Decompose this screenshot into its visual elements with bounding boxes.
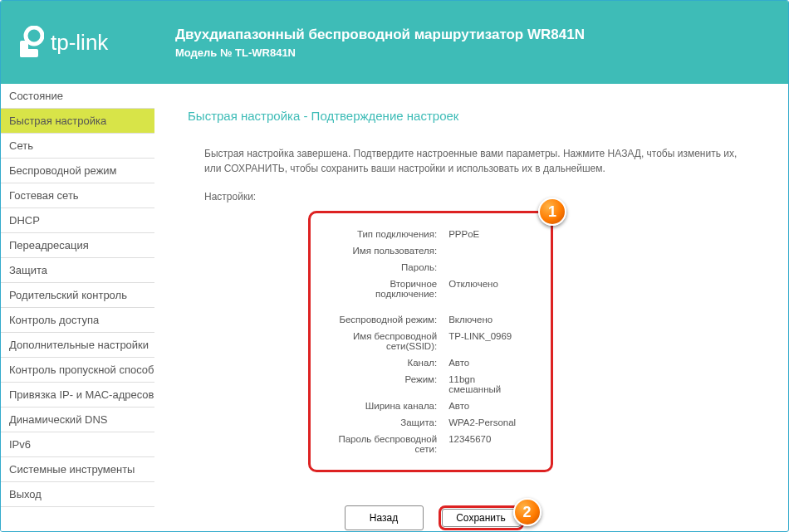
svg-point-0	[26, 27, 42, 44]
main-content: Быстрая настройка - Подтверждение настро…	[154, 84, 788, 531]
setting-key: Пароль беспроводной сети:	[324, 432, 442, 456]
table-row: Канал:Авто	[324, 355, 522, 370]
setting-value	[444, 260, 522, 275]
save-button[interactable]: Сохранить	[442, 509, 521, 527]
sidebar: СостояниеБыстрая настройкаСетьБеспроводн…	[1, 84, 154, 531]
settings-summary-box: 1 Тип подключения:PPPoEИмя пользователя:…	[308, 211, 553, 472]
sidebar-item-0[interactable]: Состояние	[1, 84, 154, 109]
page-title: Быстрая настройка - Подтверждение настро…	[188, 109, 755, 123]
sidebar-item-8[interactable]: Родительский контроль	[1, 283, 154, 308]
table-row: Беспроводной режим:Включено	[324, 303, 522, 327]
intro-text: Быстрая настройка завершена. Подтвердите…	[204, 146, 755, 176]
table-row: Имя пользователя:	[324, 243, 522, 258]
table-row: Тип подключения:PPPoE	[324, 227, 522, 242]
brand-logo: tp-link	[17, 26, 142, 59]
setting-value: 12345670	[444, 432, 522, 456]
table-row: Пароль беспроводной сети:12345670	[324, 432, 522, 456]
setting-value: 11bgn смешанный	[444, 372, 522, 397]
sidebar-item-11[interactable]: Контроль пропускной способности	[1, 358, 154, 383]
table-row: Имя беспроводной сети(SSID):TP-LINK_0969	[324, 329, 522, 354]
table-row: Режим:11bgn смешанный	[324, 372, 522, 397]
table-row: Ширина канала:Авто	[324, 398, 522, 413]
setting-value: Авто	[444, 398, 522, 413]
setting-value: Включено	[444, 303, 522, 327]
tplink-logo-icon	[17, 26, 44, 59]
setting-key: Режим:	[324, 372, 442, 397]
sidebar-item-3[interactable]: Беспроводной режим	[1, 159, 154, 183]
settings-table: Тип подключения:PPPoEИмя пользователя:Па…	[322, 225, 524, 458]
header-title: Двухдиапазонный беспроводной маршрутизат…	[175, 27, 772, 43]
back-button[interactable]: Назад	[345, 505, 424, 530]
setting-key: Имя пользователя:	[324, 243, 442, 258]
sidebar-item-2[interactable]: Сеть	[1, 134, 154, 159]
setting-key: Вторичное подключение:	[324, 276, 442, 301]
table-row: Вторичное подключение:Отключено	[324, 276, 522, 301]
sidebar-item-5[interactable]: DHCP	[1, 208, 154, 233]
table-row: Пароль:	[324, 260, 522, 275]
sidebar-item-6[interactable]: Переадресация	[1, 233, 154, 258]
sidebar-item-7[interactable]: Защита	[1, 258, 154, 283]
sidebar-item-16[interactable]: Выход	[1, 482, 154, 507]
settings-label: Настройки:	[204, 191, 755, 203]
setting-value: Отключено	[444, 276, 522, 301]
sidebar-item-10[interactable]: Дополнительные настройки	[1, 333, 154, 358]
setting-key: Имя беспроводной сети(SSID):	[324, 329, 442, 354]
setting-key: Пароль:	[324, 260, 442, 275]
sidebar-item-13[interactable]: Динамический DNS	[1, 408, 154, 432]
setting-value	[444, 243, 522, 258]
sidebar-item-4[interactable]: Гостевая сеть	[1, 183, 154, 208]
setting-key: Канал:	[324, 355, 442, 370]
sidebar-item-9[interactable]: Контроль доступа	[1, 308, 154, 333]
save-button-highlight: Сохранить 2	[439, 505, 524, 530]
button-row: Назад Сохранить 2	[188, 505, 755, 530]
setting-value: TP-LINK_0969	[444, 329, 522, 354]
setting-value: Авто	[444, 355, 522, 370]
svg-rect-2	[20, 49, 38, 57]
setting-value: WPA2-Personal	[444, 415, 522, 430]
setting-value: PPPoE	[444, 227, 522, 242]
annotation-marker-1: 1	[538, 198, 566, 226]
sidebar-item-12[interactable]: Привязка IP- и МАС-адресов	[1, 383, 154, 408]
sidebar-item-1[interactable]: Быстрая настройка	[1, 109, 154, 134]
table-row: Защита:WPA2-Personal	[324, 415, 522, 430]
header-titles: Двухдиапазонный беспроводной маршрутизат…	[175, 27, 772, 59]
annotation-marker-2: 2	[513, 498, 542, 526]
header-model: Модель № TL-WR841N	[175, 46, 772, 59]
brand-text: tp-link	[51, 30, 108, 56]
sidebar-item-15[interactable]: Системные инструменты	[1, 457, 154, 482]
setting-key: Защита:	[324, 415, 442, 430]
setting-key: Тип подключения:	[324, 227, 442, 242]
setting-key: Ширина канала:	[324, 398, 442, 413]
sidebar-item-14[interactable]: IPv6	[1, 432, 154, 457]
setting-key: Беспроводной режим:	[324, 303, 442, 327]
header-bar: tp-link Двухдиапазонный беспроводной мар…	[1, 1, 788, 84]
